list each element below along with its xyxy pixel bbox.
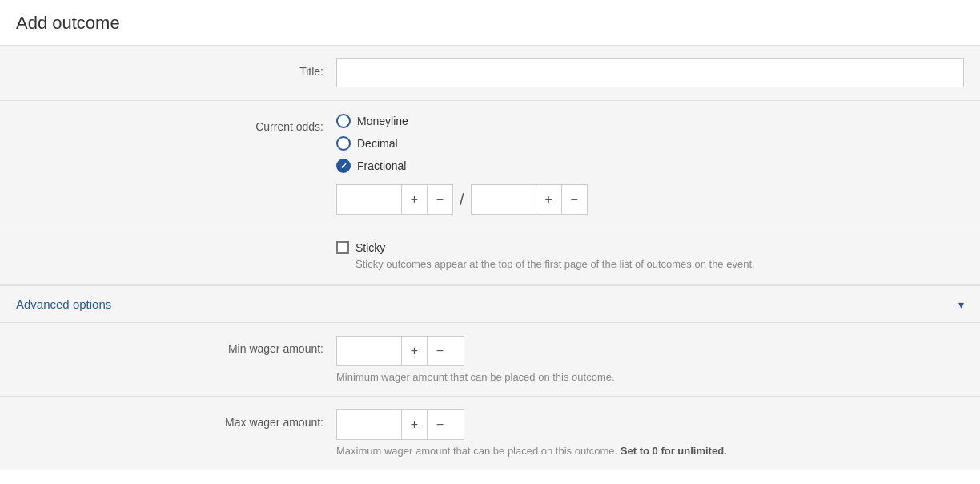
sticky-checkbox[interactable] bbox=[336, 241, 349, 254]
title-field bbox=[336, 58, 980, 87]
page-container: Add outcome Title: Current odds: Moneyli… bbox=[0, 0, 980, 484]
radio-fractional[interactable]: Fractional bbox=[336, 159, 964, 173]
sticky-checkbox-label: Sticky bbox=[355, 241, 385, 254]
max-wager-plus-button[interactable]: + bbox=[401, 410, 427, 439]
sticky-label bbox=[0, 241, 336, 248]
denominator-stepper: 1 + − bbox=[471, 184, 588, 215]
radio-fractional-label: Fractional bbox=[357, 159, 406, 172]
max-wager-field: 0 + − Maximum wager amount that can be p… bbox=[336, 409, 980, 457]
chevron-down-icon: ▾ bbox=[958, 298, 964, 311]
radio-decimal[interactable]: Decimal bbox=[336, 136, 964, 151]
max-wager-description-bold: Set to 0 for unlimited. bbox=[621, 445, 727, 457]
sticky-description: Sticky outcomes appear at the top of the… bbox=[355, 257, 964, 272]
advanced-options-title: Advanced options bbox=[16, 297, 111, 311]
min-wager-field: 1 + − Minimum wager amount that can be p… bbox=[336, 336, 980, 383]
odds-row: Current odds: Moneyline Decimal Fraction… bbox=[0, 101, 980, 228]
sticky-field: Sticky Sticky outcomes appear at the top… bbox=[336, 241, 980, 272]
advanced-options-header[interactable]: Advanced options ▾ bbox=[0, 286, 980, 323]
title-input[interactable] bbox=[336, 58, 964, 87]
title-row: Title: bbox=[0, 46, 980, 101]
fraction-divider: / bbox=[453, 191, 471, 209]
radio-moneyline[interactable]: Moneyline bbox=[336, 114, 964, 128]
radio-fractional-circle bbox=[336, 159, 351, 173]
max-wager-label: Max wager amount: bbox=[0, 409, 336, 429]
max-wager-row: Max wager amount: 0 + − Maximum wager am… bbox=[0, 397, 980, 470]
max-wager-description-normal: Maximum wager amount that can be placed … bbox=[336, 445, 617, 457]
title-label: Title: bbox=[0, 58, 336, 78]
max-wager-description: Maximum wager amount that can be placed … bbox=[336, 445, 964, 457]
denominator-minus-button[interactable]: − bbox=[561, 185, 587, 214]
radio-moneyline-label: Moneyline bbox=[357, 115, 408, 127]
numerator-stepper: 1 + − bbox=[336, 184, 453, 215]
numerator-plus-button[interactable]: + bbox=[401, 185, 427, 214]
max-wager-stepper: 0 + − bbox=[336, 409, 464, 440]
max-wager-input[interactable]: 0 bbox=[337, 410, 401, 439]
min-wager-minus-button[interactable]: − bbox=[427, 337, 452, 365]
min-wager-plus-button[interactable]: + bbox=[401, 337, 427, 365]
odds-label: Current odds: bbox=[0, 114, 336, 133]
max-wager-minus-button[interactable]: − bbox=[427, 410, 452, 439]
page-title: Add outcome bbox=[0, 0, 980, 45]
advanced-body: Min wager amount: 1 + − Minimum wager am… bbox=[0, 323, 980, 470]
min-wager-description: Minimum wager amount that can be placed … bbox=[336, 371, 964, 383]
denominator-input[interactable]: 1 bbox=[472, 185, 536, 214]
radio-decimal-circle bbox=[336, 136, 351, 151]
odds-field: Moneyline Decimal Fractional 1 bbox=[336, 114, 980, 215]
form-section: Title: Current odds: Moneyline Decimal bbox=[0, 45, 980, 285]
fraction-input-row: 1 + − / 1 + − bbox=[336, 184, 964, 215]
min-wager-stepper: 1 + − bbox=[336, 336, 464, 366]
sticky-row: Sticky Sticky outcomes appear at the top… bbox=[0, 228, 980, 284]
radio-moneyline-circle bbox=[336, 114, 351, 128]
numerator-minus-button[interactable]: − bbox=[427, 185, 452, 214]
sticky-checkbox-row: Sticky bbox=[336, 241, 964, 254]
advanced-section: Advanced options ▾ Min wager amount: 1 +… bbox=[0, 285, 980, 470]
radio-decimal-label: Decimal bbox=[357, 137, 398, 150]
odds-radio-group: Moneyline Decimal Fractional bbox=[336, 114, 964, 173]
numerator-input[interactable]: 1 bbox=[337, 185, 401, 214]
denominator-plus-button[interactable]: + bbox=[536, 185, 561, 214]
min-wager-row: Min wager amount: 1 + − Minimum wager am… bbox=[0, 323, 980, 397]
min-wager-label: Min wager amount: bbox=[0, 336, 336, 355]
min-wager-input[interactable]: 1 bbox=[337, 337, 401, 365]
